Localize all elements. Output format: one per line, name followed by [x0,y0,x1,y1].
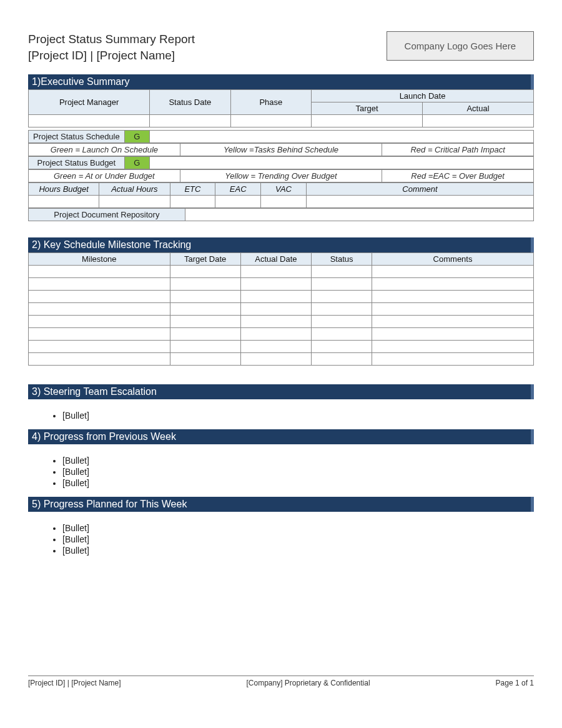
legend-schedule-yellow: Yellow =Tasks Behind Schedule [180,144,382,156]
col-status-date: Status Date [150,90,230,115]
hours-table: Hours Budget Actual Hours ETC EAC VAC Co… [28,182,534,208]
footer-right: Page 1 of 1 [496,679,534,687]
col-milestone: Milestone [29,253,170,266]
col-hours-budget: Hours Budget [29,183,99,196]
legend-schedule-green: Green = Launch On Schedule [29,144,180,156]
section-milestone: 2) Key Schedule Milestone Tracking [28,237,534,252]
budget-status-table: Project Status Budget G [28,156,534,169]
cell-status-date [150,115,230,127]
section-escalation: 3) Steering Team Escalation [28,384,534,399]
footer-center: [Company] Proprietary & Confidential [247,679,370,687]
section-progress-prev: 4) Progress from Previous Week [28,429,534,444]
footer-left: [Project ID] | [Project Name] [28,679,121,687]
col-etc: ETC [170,183,215,196]
report-title: Project Status Summary Report [28,31,195,47]
list-item: [Bullet] [62,546,534,556]
col-actual: Actual [423,102,534,115]
col-actual-date: Actual Date [240,253,311,266]
budget-status-indicator: G [124,157,149,169]
report-subtitle: [Project ID] | [Project Name] [28,47,195,64]
section-exec-summary: 1)Executive Summary [28,74,534,89]
section-progress-plan: 5) Progress Planned for This Week [28,497,534,512]
col-comments: Comments [372,253,534,266]
col-project-manager: Project Manager [29,90,150,115]
budget-legend: Green = At or Under Budget Yellow = Tren… [28,169,534,182]
budget-label: Project Status Budget [29,157,125,169]
col-eac: EAC [215,183,261,196]
schedule-status-table: Project Status Schedule G [28,130,534,143]
milestone-table: Milestone Target Date Actual Date Status… [28,252,534,366]
list-item: [Bullet] [62,411,534,421]
table-row [29,278,534,291]
logo-placeholder: Company Logo Goes Here [387,31,534,61]
schedule-legend: Green = Launch On Schedule Yellow =Tasks… [28,143,534,156]
progress-prev-bullets: [Bullet] [Bullet] [Bullet] [28,456,534,488]
col-target: Target [312,102,423,115]
col-actual-hours: Actual Hours [99,183,170,196]
cell-actual [423,115,534,127]
schedule-status-note [150,131,534,143]
list-item: [Bullet] [62,534,534,544]
col-comment: Comment [306,183,533,196]
legend-budget-green: Green = At or Under Budget [29,170,180,182]
repo-value [185,209,533,221]
schedule-status-indicator: G [124,131,149,143]
repo-table: Project Document Repository [28,208,534,221]
list-item: [Bullet] [62,478,534,488]
legend-schedule-red: Red = Critical Path Impact [382,144,534,156]
col-phase: Phase [230,90,311,115]
list-item: [Bullet] [62,523,534,533]
col-target-date: Target Date [170,253,240,266]
table-row [29,316,534,328]
exec-header-table: Project Manager Status Date Phase Launch… [28,89,534,127]
table-row [29,266,534,278]
col-status: Status [312,253,372,266]
legend-budget-red: Red =EAC = Over Budget [382,170,534,182]
report-title-block: Project Status Summary Report [Project I… [28,31,195,63]
page-footer: [Project ID] | [Project Name] [Company] … [28,676,534,687]
table-row [29,291,534,303]
cell-phase [230,115,311,127]
list-item: [Bullet] [62,456,534,466]
cell-target [312,115,423,127]
legend-budget-yellow: Yellow = Trending Over Budget [180,170,382,182]
cell-pm [29,115,150,127]
col-launch-date: Launch Date [312,90,534,102]
table-row [29,303,534,316]
table-row [29,353,534,366]
col-vac: VAC [261,183,307,196]
table-row [29,328,534,341]
table-row [29,341,534,353]
escalation-bullets: [Bullet] [28,411,534,421]
schedule-label: Project Status Schedule [29,131,125,143]
repo-label: Project Document Repository [29,209,185,221]
budget-status-note [150,157,534,169]
progress-plan-bullets: [Bullet] [Bullet] [Bullet] [28,523,534,556]
list-item: [Bullet] [62,467,534,477]
